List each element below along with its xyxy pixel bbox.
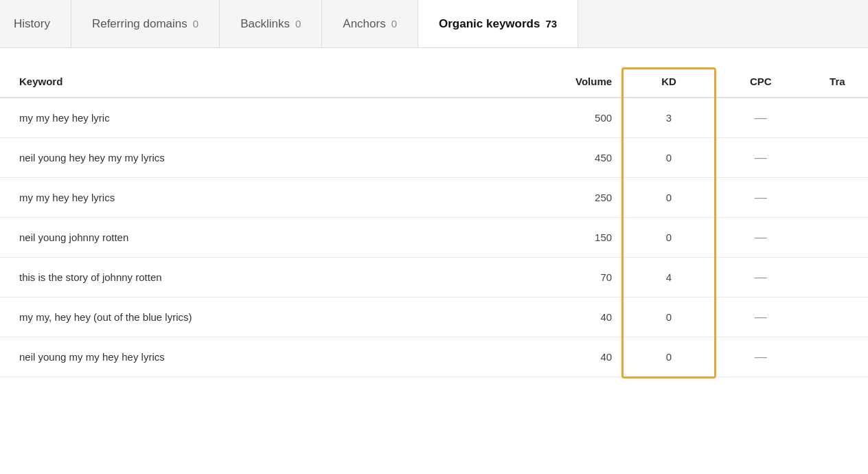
cell-tra [807, 138, 868, 178]
tab-bar: HistoryReferring domains0Backlinks0Ancho… [0, 0, 868, 48]
table-row: neil young my my hey hey lyrics400— [0, 337, 868, 377]
tab-history[interactable]: History [0, 0, 71, 47]
cell-cpc: — [715, 138, 807, 178]
tab-badge: 0 [193, 18, 198, 30]
table-row: neil young hey hey my my lyrics4500— [0, 138, 868, 178]
cell-kd: 0 [623, 138, 715, 178]
cell-volume: 70 [521, 258, 623, 297]
cell-kd: 3 [623, 98, 715, 138]
table-row: my my hey hey lyrics2500— [0, 178, 868, 218]
cell-keyword: neil young my my hey hey lyrics [0, 337, 521, 377]
col-header-cpc: CPC [715, 69, 807, 98]
cell-cpc: — [715, 98, 807, 138]
col-header-tra: Tra [807, 69, 868, 98]
col-header-volume: Volume [521, 69, 623, 98]
tab-badge: 73 [545, 18, 557, 30]
cell-tra [807, 178, 868, 218]
cell-volume: 40 [521, 297, 623, 337]
cell-kd: 0 [623, 297, 715, 337]
tab-badge: 0 [295, 18, 301, 30]
table-row: this is the story of johnny rotten704— [0, 258, 868, 297]
tab-referring-domains[interactable]: Referring domains0 [71, 0, 220, 47]
table-row: my my hey hey lyric5003— [0, 98, 868, 138]
cell-volume: 250 [521, 178, 623, 218]
cell-kd: 0 [623, 337, 715, 377]
tab-label: Anchors [343, 17, 385, 31]
table-row: my my, hey hey (out of the blue lyrics)4… [0, 297, 868, 337]
cell-cpc: — [715, 297, 807, 337]
cell-keyword: neil young hey hey my my lyrics [0, 138, 521, 178]
cell-keyword: my my hey hey lyric [0, 98, 521, 138]
cell-keyword: my my hey hey lyrics [0, 178, 521, 218]
cell-volume: 450 [521, 138, 623, 178]
table-row: neil young johnny rotten1500— [0, 218, 868, 258]
cell-keyword: my my, hey hey (out of the blue lyrics) [0, 297, 521, 337]
cell-cpc: — [715, 258, 807, 297]
cell-tra [807, 337, 868, 377]
tab-label: Organic keywords [439, 17, 540, 31]
tab-label: Backlinks [240, 17, 290, 31]
cell-volume: 40 [521, 337, 623, 377]
cell-kd: 0 [623, 218, 715, 258]
cell-tra [807, 98, 868, 138]
cell-cpc: — [715, 218, 807, 258]
cell-cpc: — [715, 178, 807, 218]
col-header-keyword: Keyword [0, 69, 521, 98]
tab-badge: 0 [391, 18, 397, 30]
tab-label: Referring domains [92, 17, 187, 31]
main-content: KeywordVolumeKDCPCTra my my hey hey lyri… [0, 48, 868, 377]
tab-label: History [14, 17, 50, 31]
cell-kd: 4 [623, 258, 715, 297]
cell-tra [807, 218, 868, 258]
tab-anchors[interactable]: Anchors0 [322, 0, 418, 47]
col-header-kd: KD [623, 69, 715, 98]
cell-volume: 500 [521, 98, 623, 138]
tab-organic-keywords[interactable]: Organic keywords73 [418, 0, 578, 47]
cell-tra [807, 258, 868, 297]
cell-keyword: this is the story of johnny rotten [0, 258, 521, 297]
cell-tra [807, 297, 868, 337]
tab-backlinks[interactable]: Backlinks0 [220, 0, 322, 47]
cell-cpc: — [715, 337, 807, 377]
cell-keyword: neil young johnny rotten [0, 218, 521, 258]
cell-volume: 150 [521, 218, 623, 258]
cell-kd: 0 [623, 178, 715, 218]
